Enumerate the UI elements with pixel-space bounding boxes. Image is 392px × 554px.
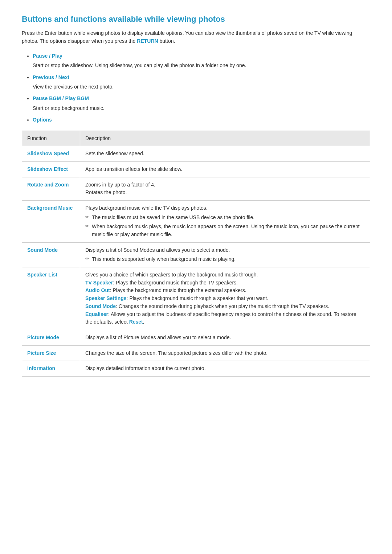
table-row: Speaker List Gives you a choice of which… [22,267,370,330]
list-item-previous-next: Previous / Next View the previous or the… [33,73,370,91]
table-row: Picture Size Changes the size of the scr… [22,345,370,361]
desc-rotate-zoom: Zooms in by up to a factor of 4. Rotates… [80,177,370,200]
main-list: Pause / Play Start or stop the slideshow… [22,52,370,124]
options-title: Options [33,117,52,123]
function-background-music: Background Music [22,200,80,242]
speaker-sound-mode-label: Sound Mode: Changes the sound mode durin… [85,303,329,309]
function-picture-mode: Picture Mode [22,330,80,345]
col-description: Description [80,131,370,146]
table-row: Sound Mode Displays a list of Sound Mode… [22,242,370,267]
desc-picture-size: Changes the size of the screen. The supp… [80,345,370,361]
return-highlight: RETURN [137,38,158,44]
pause-bgm-title: Pause BGM / Play BGM [33,95,89,101]
function-rotate-zoom: Rotate and Zoom [22,177,80,200]
desc-background-music: Plays background music while the TV disp… [80,200,370,242]
function-speaker-list: Speaker List [22,267,80,330]
intro-text: Press the Enter button while viewing pho… [22,29,370,45]
previous-next-desc: View the previous or the next photo. [33,83,370,91]
desc-slideshow-effect: Applies transition effects for the slide… [80,161,370,177]
desc-picture-mode: Displays a list of Picture Modes and all… [80,330,370,345]
table-row: Slideshow Effect Applies transition effe… [22,161,370,177]
speaker-audio-out-label: Audio Out: Plays the background music th… [85,287,246,293]
desc-slideshow-speed: Sets the slideshow speed. [80,146,370,162]
desc-speaker-list: Gives you a choice of which speakers to … [80,267,370,330]
desc-information: Displays detailed information about the … [80,361,370,377]
pause-bgm-desc: Start or stop background music. [33,104,370,112]
function-information: Information [22,361,80,377]
col-function: Function [22,131,80,146]
table-row: Rotate and Zoom Zooms in by up to a fact… [22,177,370,200]
table-header-row: Function Description [22,131,370,146]
page-title: Buttons and functions available while vi… [22,15,370,24]
table-row: Background Music Plays background music … [22,200,370,242]
list-item-options: Options [33,116,370,124]
pause-play-desc: Start or stop the slideshow. Using slide… [33,61,370,69]
speaker-list-main: Gives you a choice of which speakers to … [85,272,258,278]
function-sound-mode: Sound Mode [22,242,80,267]
bg-music-note2: When background music plays, the music i… [85,223,365,238]
pause-play-title: Pause / Play [33,53,62,59]
function-slideshow-speed: Slideshow Speed [22,146,80,162]
speaker-equaliser-label: Equaliser: Allows you to adjust the loud… [85,311,356,325]
table-row: Slideshow Speed Sets the slideshow speed… [22,146,370,162]
table-row: Information Displays detailed informatio… [22,361,370,377]
bg-music-note1: The music files must be saved in the sam… [85,214,365,222]
rotate-zoom-line2: Rotates the photo. [85,189,127,195]
function-picture-size: Picture Size [22,345,80,361]
previous-next-title: Previous / Next [33,74,69,80]
sound-mode-main: Displays a list of Sound Modes and allow… [85,247,230,253]
speaker-settings-label: Speaker Settings: Plays the background m… [85,295,268,301]
intro-text-before: Press the Enter button while viewing pho… [22,30,352,44]
intro-text-after: button. [158,38,175,44]
bg-music-main: Plays background music while the TV disp… [85,205,208,211]
list-item-pause-play: Pause / Play Start or stop the slideshow… [33,52,370,70]
options-table: Function Description Slideshow Speed Set… [22,131,370,377]
list-item-pause-bgm: Pause BGM / Play BGM Start or stop backg… [33,94,370,112]
desc-sound-mode: Displays a list of Sound Modes and allow… [80,242,370,267]
speaker-tv-label: TV Speaker: Plays the background music t… [85,280,238,286]
sound-mode-note1: This mode is supported only when backgro… [85,255,365,263]
table-row: Picture Mode Displays a list of Picture … [22,330,370,345]
rotate-zoom-line1: Zooms in by up to a factor of 4. [85,182,155,188]
function-slideshow-effect: Slideshow Effect [22,161,80,177]
